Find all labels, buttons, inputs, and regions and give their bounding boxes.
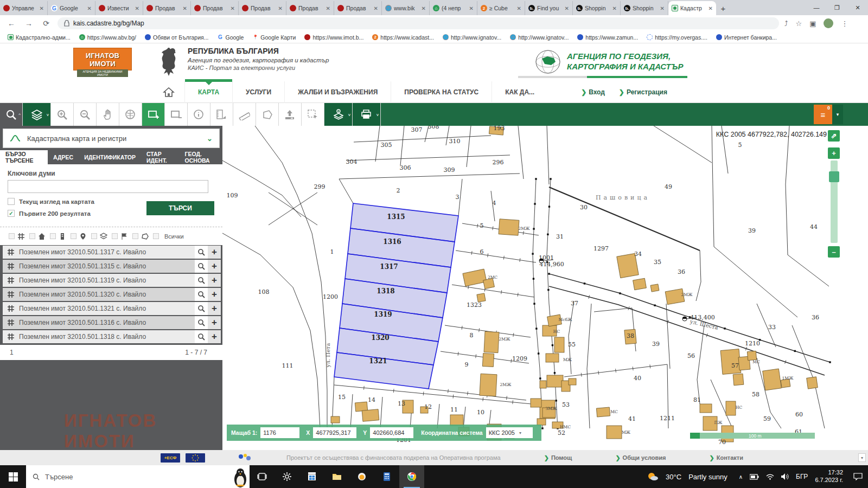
wifi-icon[interactable] [766, 474, 774, 480]
calc-taskbar-icon[interactable] [374, 465, 399, 488]
taskview-taskbar-icon[interactable] [250, 465, 275, 488]
measure-area-tool-button[interactable] [256, 103, 279, 126]
zoom-to-result-button[interactable] [195, 316, 208, 329]
full-extent-tool-button[interactable] [119, 103, 142, 126]
scale-input[interactable] [260, 427, 299, 438]
grid-filter-checkbox[interactable] [9, 233, 15, 239]
zoom-out-button[interactable]: – [828, 246, 840, 258]
add-result-button[interactable]: + [208, 316, 221, 329]
store-taskbar-icon[interactable] [299, 465, 324, 488]
bookmark-8[interactable]: 🌐http://www.ignatov... [439, 34, 505, 41]
result-row-4[interactable]: Поземлен имот 32010.501.1320 с. Ивайло+ [3, 287, 222, 301]
zoom-slider-handle[interactable] [829, 171, 839, 182]
register-link[interactable]: ❯Регистрация [619, 88, 667, 96]
bookmark-2[interactable]: ⌂https://www.abv.bg/ [76, 34, 139, 41]
tab-close-icon[interactable]: ✕ [565, 5, 569, 11]
folder-taskbar-icon[interactable] [324, 465, 349, 488]
footer-link-terms[interactable]: ❯Общи условия [615, 454, 666, 461]
language-indicator[interactable]: БГР [796, 473, 808, 480]
tab-close-icon[interactable]: ✕ [374, 5, 378, 11]
browser-tab-12[interactable]: b.Find you✕ [525, 1, 573, 15]
side-panel-icon[interactable]: ▣ [809, 20, 816, 28]
tab-close-icon[interactable]: ✕ [422, 5, 426, 11]
print-tool-button[interactable]: v [353, 103, 381, 126]
browser-tab-5[interactable]: Продав✕ [191, 1, 239, 15]
layer-info-tool-button[interactable]: v [324, 103, 353, 126]
result-row-6[interactable]: Поземлен имот 32010.501.1316 с. Ивайло+ [3, 316, 222, 329]
scroll-down-icon[interactable]: ▾ [858, 453, 866, 462]
speaker-icon[interactable] [781, 473, 789, 480]
tab-close-icon[interactable]: ✕ [40, 5, 44, 11]
browser-tab-10[interactable]: ⌂(4 непр✕ [430, 1, 477, 15]
bookmark-6[interactable]: https://www.imot.b... [301, 34, 367, 41]
search-tab-бързо-търсене[interactable]: БЪРЗО ТЪРСЕНЕ [0, 150, 48, 164]
reload-icon[interactable]: ⟳ [40, 19, 52, 28]
nav-item-услуги[interactable]: УСЛУГИ [232, 81, 284, 103]
nav-item-как-да-[interactable]: КАК ДА... [492, 81, 547, 103]
upload-tool-button[interactable] [279, 103, 302, 126]
search-tab-геод-основа[interactable]: ГЕОД. ОСНОВА [180, 150, 222, 164]
nav-item-жалби-и-възражения[interactable]: ЖАЛБИ И ВЪЗРАЖЕНИЯ [284, 81, 391, 103]
add-result-button[interactable]: + [208, 274, 221, 287]
map-type-select[interactable]: Кадастрална карта и регистри ⌄ [3, 129, 220, 148]
search-button[interactable]: ТЪРСИ [146, 201, 214, 215]
back-icon[interactable]: ← [5, 19, 17, 28]
zoom-to-result-button[interactable] [195, 288, 208, 301]
browser-tab-9[interactable]: 🌐www.bik✕ [382, 1, 430, 15]
tab-close-icon[interactable]: ✕ [517, 5, 521, 11]
bookmark-10[interactable]: https://www.zamun... [574, 34, 641, 41]
zoom-to-result-button[interactable] [195, 302, 208, 315]
avatar[interactable] [824, 18, 833, 28]
chrome-taskbar-icon[interactable] [399, 465, 424, 488]
clock[interactable]: 17:326.7.2023 г. [815, 469, 843, 484]
tab-close-icon[interactable]: ✕ [709, 5, 713, 11]
zoom-to-result-button[interactable] [195, 260, 208, 273]
share-icon[interactable]: ⤴ [784, 20, 788, 28]
nav-item-проверка-на-статус[interactable]: ПРОВЕРКА НА СТАТУС [391, 81, 492, 103]
y-input[interactable] [370, 427, 413, 438]
layers-tool-button[interactable]: v [23, 103, 51, 126]
first-200-checkbox[interactable]: ✓ [8, 210, 15, 217]
add-result-button[interactable]: + [208, 288, 221, 301]
zoom-rect-tool-button[interactable] [142, 103, 165, 126]
crs-select[interactable]: ККС 2005▾ [486, 427, 533, 438]
maximize-button[interactable]: ❐ [827, 0, 847, 15]
bookmark-3[interactable]: Обяви от България... [142, 34, 212, 41]
zoom-to-result-button[interactable] [195, 330, 208, 343]
menu-dots-icon[interactable]: ⋮ [841, 20, 848, 28]
cadastre-map[interactable]: 1315131613171318131913201321193307308305… [222, 126, 868, 450]
add-result-button[interactable]: + [208, 330, 221, 343]
agency-logo[interactable]: АГЕНЦИЯ ПО ГЕОДЕЗИЯ,КАРТОГРАФИЯ И КАДАСТ… [534, 49, 684, 75]
browser-tab-1[interactable]: Управле✕ [0, 1, 48, 15]
ignatov-imoti-logo[interactable]: ИГНАТОВ ИМОТИ АГЕНЦИЯ ЗА НЕДВИЖИМИ ИМОТИ [73, 48, 132, 70]
notification-icon[interactable] [853, 473, 863, 480]
bookmark-11[interactable]: ◌https://my.overgas.... [643, 34, 711, 41]
bookmark-1[interactable]: Кадастрално-адми... [4, 34, 74, 41]
result-row-3[interactable]: Поземлен имот 32010.501.1319 с. Ивайло+ [3, 273, 222, 287]
bookmark-9[interactable]: 🌐http://www.ignatov... [507, 34, 572, 41]
browser-tab-14[interactable]: b.Shoppin✕ [621, 1, 668, 15]
browser-tab-8[interactable]: Продав✕ [334, 1, 382, 15]
browser-tab-4[interactable]: Продав✕ [143, 1, 191, 15]
browser-tab-15[interactable]: Кадастр✕ [668, 1, 716, 15]
cart-button[interactable]: 0 ≡ [814, 105, 832, 124]
browser-tab-13[interactable]: b.Shoppin✕ [573, 1, 621, 15]
add-result-button[interactable]: + [208, 246, 221, 259]
new-tab-button[interactable]: + [716, 1, 730, 15]
pin-filter-checkbox[interactable] [71, 233, 76, 239]
flag-filter-checkbox[interactable] [112, 233, 118, 239]
zoom-in-button[interactable]: + [828, 147, 840, 159]
browser-tab-7[interactable]: Продав✕ [286, 1, 334, 15]
all-filter-checkbox[interactable] [153, 233, 159, 239]
search-tab-идентификатор[interactable]: ИДЕНТИФИКАТОР [79, 150, 141, 164]
zoom-to-result-button[interactable] [195, 274, 208, 287]
bookmark-5[interactable]: 📍Google Карти [249, 34, 299, 41]
taskbar-search[interactable]: Търсене [26, 465, 250, 488]
current-view-checkbox[interactable] [8, 198, 15, 205]
tab-close-icon[interactable]: ✕ [278, 5, 283, 11]
polygon-filter-checkbox[interactable] [132, 233, 138, 239]
result-row-2[interactable]: Поземлен имот 32010.501.1315 с. Ивайло+ [3, 259, 222, 273]
zoom-in-tool-button[interactable] [51, 103, 74, 126]
forward-icon[interactable]: → [23, 19, 35, 28]
search-tab-адрес[interactable]: АДРЕС [48, 150, 79, 164]
